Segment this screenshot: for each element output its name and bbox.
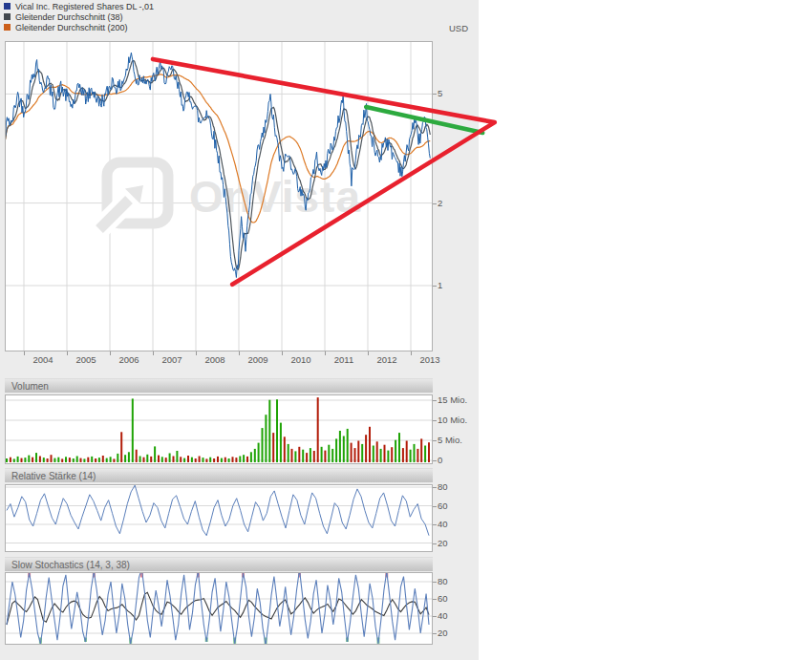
axis-tick [433,524,437,525]
x-axis-year-label: 2005 [69,354,103,365]
axis-tick [433,286,437,287]
rsi-y-tick-label: 80 [438,481,448,492]
rsi-canvas [5,484,433,552]
axis-tick [433,616,437,617]
axis-tick [411,351,412,355]
stochastics-panel-header: Slow Stochastics (14, 3, 38) [5,557,433,571]
volume-panel-title: Volumen [11,381,49,392]
x-axis-year-label: 2012 [370,354,404,365]
legend-bullet-icon [4,3,11,10]
axis-tick [433,94,437,95]
axis-tick [368,351,369,355]
volume-plot [5,394,433,464]
stochastics-panel-title: Slow Stochastics (14, 3, 38) [11,560,130,570]
legend-item-ma38: Gleitender Durchschnitt (38) [4,11,123,22]
axis-tick [153,351,154,355]
rsi-y-tick-label: 60 [438,500,448,511]
x-axis-year-label: 2009 [241,354,275,365]
rsi-y-tick-label: 20 [438,538,448,548]
stochastics-y-tick-label: 60 [438,593,448,604]
rsi-panel-title: Relative Stärke (14) [11,471,96,481]
axis-tick [67,351,68,355]
axis-tick [433,440,437,441]
axis-tick [433,506,437,507]
rsi-panel-header: Relative Stärke (14) [5,468,433,482]
legend-item-price: Vical Inc. Registered Shares DL -,01 [4,1,154,11]
x-axis-year-label: 2004 [26,354,60,365]
chart-widget: Vical Inc. Registered Shares DL -,01 Gle… [0,0,479,660]
price-y-tick-label: 5 [438,88,442,98]
price-y-tick-label: 1 [438,280,442,290]
axis-tick [282,351,283,355]
legend-item-ma200: Gleitender Durchschnitt (200) [4,22,128,32]
axis-tick [24,351,25,355]
price-chart-canvas: OnVista [5,41,433,351]
axis-tick [325,351,326,355]
x-axis-year-label: 2008 [198,354,232,365]
axis-tick [433,599,437,600]
price-chart-plot: OnVista [5,41,433,351]
axis-tick [433,487,437,488]
volume-y-tick-label: 15 Mio. [438,394,467,405]
x-axis-year-label: 2011 [327,354,361,365]
axis-tick [433,633,437,634]
stochastics-canvas [5,572,433,645]
currency-axis-label: USD [449,23,468,33]
axis-tick [433,543,437,544]
axis-tick [433,582,437,583]
rsi-y-tick-label: 40 [438,519,448,529]
axis-tick [239,351,240,355]
axis-tick [433,420,437,421]
stochastics-plot [5,572,433,645]
legend-bullet-icon [4,24,11,31]
x-axis-year-label: 2013 [413,354,447,365]
volume-y-tick-label: 0 [438,455,442,465]
stochastics-y-tick-label: 20 [438,628,448,638]
axis-tick [110,351,111,355]
axis-tick [433,460,437,461]
axis-tick [196,351,197,355]
stochastics-y-tick-label: 40 [438,610,448,621]
stochastics-y-tick-label: 80 [438,576,448,586]
volume-panel-header: Volumen [5,378,433,393]
watermark-text: OnVista [189,172,361,222]
rsi-plot [5,484,433,552]
x-axis-year-label: 2007 [155,354,189,365]
legend-label-price: Vical Inc. Registered Shares DL -,01 [15,2,154,11]
axis-tick [433,400,437,401]
legend-label-ma200: Gleitender Durchschnitt (200) [15,23,128,32]
legend-bullet-icon [4,13,11,20]
x-axis-year-label: 2010 [284,354,318,365]
volume-y-tick-label: 10 Mio. [438,415,467,425]
price-y-tick-label: 2 [438,198,442,208]
volume-canvas [5,394,433,464]
legend-label-ma38: Gleitender Durchschnitt (38) [15,12,123,22]
x-axis-year-label: 2006 [112,354,146,365]
axis-tick [433,203,437,204]
volume-y-tick-label: 5 Mio. [438,435,462,445]
